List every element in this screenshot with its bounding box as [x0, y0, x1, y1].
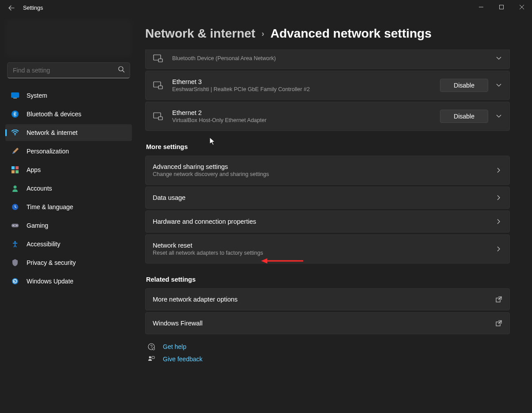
minimize-icon [479, 5, 483, 9]
svg-rect-6 [12, 93, 19, 98]
minimize-button[interactable] [471, 0, 491, 14]
row-title: More network adapter options [153, 296, 495, 303]
sidebar-item-network[interactable]: Network & internet [5, 124, 132, 141]
sidebar-item-gaming[interactable]: Gaming [5, 217, 132, 234]
row-windows-firewall[interactable]: Windows Firewall [145, 312, 510, 334]
sidebar-item-label: Windows Update [27, 278, 73, 285]
svg-rect-7 [13, 98, 17, 99]
sidebar-item-bluetooth[interactable]: Bluetooth & devices [5, 106, 132, 122]
sidebar-item-label: Accounts [27, 185, 52, 192]
sidebar-item-label: Gaming [27, 222, 48, 229]
chevron-right-icon: › [262, 29, 264, 38]
sidebar-item-label: System [27, 92, 47, 99]
row-data-usage[interactable]: Data usage [145, 187, 510, 209]
sidebar-item-accessibility[interactable]: Accessibility [5, 236, 132, 252]
maximize-button[interactable] [491, 0, 512, 14]
help-row: ? Get help [145, 343, 510, 350]
chevron-down-icon[interactable] [495, 57, 502, 60]
accessibility-icon [11, 240, 19, 249]
svg-rect-22 [158, 59, 162, 62]
svg-rect-33 [152, 356, 154, 359]
chevron-down-icon[interactable] [495, 115, 502, 118]
brush-icon [11, 147, 19, 156]
row-title: Data usage [153, 194, 495, 201]
svg-line-5 [123, 71, 124, 73]
sidebar-item-label: Apps [27, 166, 41, 173]
display-icon [11, 91, 19, 100]
sidebar-item-accounts[interactable]: Accounts [5, 180, 132, 197]
row-title: Hardware and connection properties [153, 218, 495, 225]
svg-rect-24 [158, 86, 162, 89]
sidebar-item-time[interactable]: Time & language [5, 199, 132, 215]
help-icon: ? [147, 343, 156, 350]
sidebar-item-personalization[interactable]: Personalization [5, 143, 132, 160]
search-input[interactable] [7, 62, 130, 78]
row-adapter-options[interactable]: More network adapter options [145, 288, 510, 310]
chevron-down-icon[interactable] [495, 84, 502, 87]
row-title: Advanced sharing settings [153, 163, 495, 170]
section-header-more: More settings [146, 143, 510, 150]
svg-point-19 [14, 241, 16, 243]
back-button[interactable] [8, 4, 15, 11]
page-title: Advanced network settings [270, 27, 432, 41]
sidebar-item-apps[interactable]: Apps [5, 161, 132, 178]
apps-icon [11, 165, 19, 174]
adapter-sub: VirtualBox Host-Only Ethernet Adapter [172, 117, 440, 123]
search-icon [118, 66, 125, 75]
sidebar-item-label: Time & language [27, 203, 73, 210]
sidebar-item-privacy[interactable]: Privacy & security [5, 254, 132, 271]
disable-button[interactable]: Disable [440, 110, 488, 123]
svg-rect-1 [500, 5, 504, 9]
section-header-related: Related settings [146, 276, 510, 283]
sidebar: System Bluetooth & devices Network & int… [0, 16, 137, 413]
ethernet-icon [153, 54, 163, 62]
adapter-sub: EeshwarSrishti | Realtek PCIe GbE Family… [172, 86, 440, 92]
give-feedback-link[interactable]: Give feedback [163, 356, 203, 363]
sidebar-item-label: Personalization [27, 148, 69, 155]
sidebar-item-label: Privacy & security [27, 259, 76, 266]
svg-rect-11 [15, 166, 19, 169]
gamepad-icon [11, 221, 19, 230]
svg-point-4 [119, 67, 123, 71]
row-title: Windows Firewall [153, 320, 495, 327]
row-advanced-sharing[interactable]: Advanced sharing settings Change network… [145, 156, 510, 185]
content-pane: Network & internet › Advanced network se… [137, 16, 532, 413]
svg-rect-10 [12, 166, 15, 169]
disable-button[interactable]: Disable [440, 79, 488, 92]
svg-point-8 [12, 111, 19, 118]
svg-point-18 [16, 225, 17, 226]
svg-rect-13 [15, 170, 19, 173]
adapter-row-ethernet3[interactable]: Ethernet 3 EeshwarSrishti | Realtek PCIe… [145, 71, 510, 100]
chevron-right-icon [495, 195, 502, 200]
row-sub: Change network discovery and sharing set… [153, 171, 495, 177]
svg-rect-16 [12, 224, 19, 227]
breadcrumb-parent[interactable]: Network & internet [145, 27, 255, 41]
adapter-title: Ethernet 2 [172, 109, 440, 116]
ethernet-icon [153, 112, 163, 120]
close-icon [520, 5, 524, 9]
sidebar-item-update[interactable]: Windows Update [5, 273, 132, 290]
maximize-icon [499, 5, 504, 9]
shield-icon [11, 258, 19, 267]
sidebar-item-system[interactable]: System [5, 87, 132, 104]
adapter-row-ethernet2[interactable]: Ethernet 2 VirtualBox Host-Only Ethernet… [145, 102, 510, 131]
profile-card[interactable] [5, 19, 132, 57]
arrow-left-icon [8, 5, 15, 11]
close-button[interactable] [512, 0, 532, 14]
row-sub: Reset all network adapters to factory se… [153, 250, 495, 256]
chevron-right-icon [495, 219, 502, 224]
row-hardware-properties[interactable]: Hardware and connection properties [145, 210, 510, 233]
adapter-row-bluetooth[interactable]: Bluetooth Device (Personal Area Network) [145, 50, 510, 69]
svg-rect-26 [158, 117, 162, 120]
update-icon [11, 277, 19, 286]
wifi-icon [11, 128, 19, 137]
external-link-icon [495, 296, 502, 302]
get-help-link[interactable]: Get help [163, 343, 186, 350]
svg-point-14 [14, 186, 17, 189]
adapter-sub: Bluetooth Device (Personal Area Network) [172, 55, 495, 61]
row-network-reset[interactable]: Network reset Reset all network adapters… [145, 234, 510, 264]
nav-list: System Bluetooth & devices Network & int… [5, 87, 132, 290]
ethernet-icon [153, 81, 163, 89]
svg-point-9 [15, 134, 15, 135]
adapter-title: Ethernet 3 [172, 78, 440, 85]
